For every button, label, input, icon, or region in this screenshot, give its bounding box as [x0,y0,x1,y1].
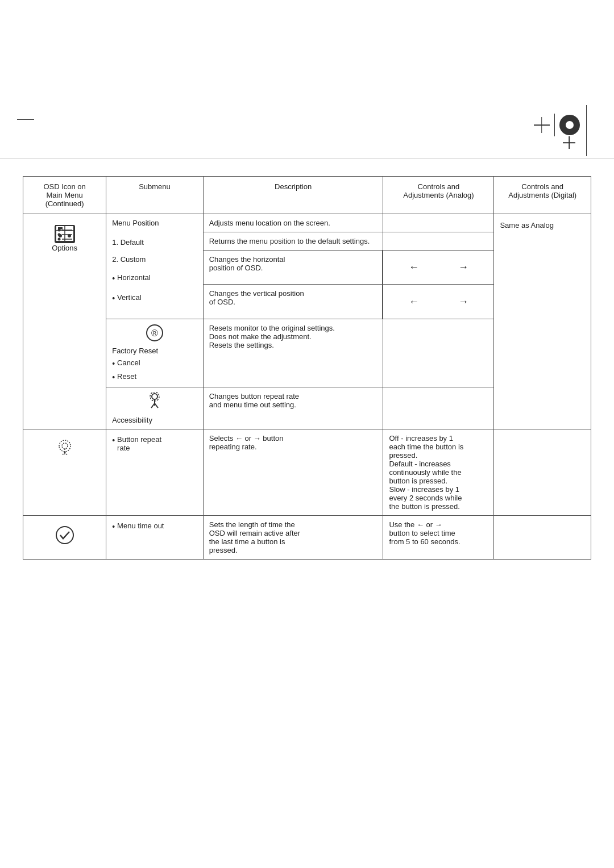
submenu-item-custom: 2. Custom [112,255,197,264]
submenu-factory-reset: ® Factory Reset • Cancel • Reset [106,319,204,387]
factory-reset-label: Factory Reset [112,347,158,355]
arrow-right-icon: → [458,261,468,273]
svg-point-9 [57,233,60,236]
submenu-menu-timeout-label: • Menu time out [112,521,197,532]
factory-reset-icon: ® [146,324,164,342]
submenu-menu-position: Menu Position 1. Default 2. Custom • Hor… [106,214,204,319]
analog-horiz-vert: ← → ← → [383,251,494,319]
submenu-item-default: 1. Default [112,238,197,247]
desc-default: Returns the menu position to the default… [203,232,383,251]
circle-mark-icon [559,115,580,135]
desc-factory-reset: Resets monitor to the original settings.… [203,319,383,387]
arrow-right-icon: → [458,296,468,308]
main-table: OSD Icon onMain Menu(Continued) Submenu … [23,176,591,560]
same-as-analog: Same as Analog [500,219,585,229]
svg-point-7 [57,229,60,232]
accessibility-icon [144,392,165,411]
svg-text:®: ® [151,328,158,338]
page: OSD Icon onMain Menu(Continued) Submenu … [0,0,614,868]
arrow-left-icon: ← [409,296,419,308]
menu-timeout-icon [55,525,75,545]
desc-horiz-vert: Changes the horizontalposition of OSD. C… [203,251,383,319]
desc-menu-timeout: Sets the length of time the OSD will rem… [203,516,383,560]
right-border-line [586,105,587,156]
main-content: OSD Icon onMain Menu(Continued) Submenu … [0,159,614,582]
vertical-divider [554,114,555,136]
circle-mark-inner [565,120,575,130]
svg-point-19 [62,443,68,449]
analog-menu-timeout: Use the ← or → button to select time fro… [383,516,494,560]
top-line [17,119,34,120]
header-digital: Controls andAdjustments (Digital) [494,177,591,214]
digital-menu-timeout [494,516,591,560]
crosshair-small-icon [563,136,575,151]
top-area [0,0,614,159]
desc-accessibility: Changes button repeat rateand menu time … [203,387,383,429]
osd-icon-cell-options: Options [23,214,106,429]
table-row: • Button repeatrate Selects ← or → butto… [23,429,591,516]
submenu-button-repeat-label: • Button repeatrate [112,435,197,452]
digital-options: Same as Analog [494,214,591,429]
registration-marks [534,114,580,136]
header-analog: Controls andAdjustments (Analog) [383,177,494,214]
digital-button-repeat [494,429,591,516]
desc-menu-position-top: Adjusts menu location on the screen. [203,214,383,232]
submenu-accessibility: Accessibility [106,387,204,429]
button-repeat-icon [55,439,75,458]
header-osd: OSD Icon onMain Menu(Continued) [23,177,106,214]
osd-icon-button-repeat [23,429,106,516]
svg-point-11 [57,238,60,241]
submenu-reset: • Reset [112,372,136,382]
submenu-item-horizontal: • Horizontal [112,273,197,283]
options-label: Options [52,244,77,252]
header-submenu: Submenu [106,177,204,214]
osd-icon-menu-timeout [23,516,106,560]
submenu-cancel: • Cancel [112,358,140,369]
arrow-left-icon: ← [409,261,419,273]
table-row: • Menu time out Sets the length of time … [23,516,591,560]
submenu-menu-timeout: • Menu time out [106,516,204,560]
svg-point-15 [152,394,157,399]
desc-button-repeat: Selects ← or → buttonrepeating rate. [203,429,383,516]
svg-point-23 [56,527,73,544]
header-desc: Description [203,177,383,214]
submenu-title-menu-position: Menu Position [112,219,197,227]
desc-horizontal: Changes the horizontalposition of OSD. [204,251,383,284]
analog-button-repeat: Off - increases by 1 each time the butto… [383,429,494,516]
analog-menu-position-top [383,214,494,232]
submenu-item-vertical: • Vertical [112,293,197,303]
desc-vertical: Changes the vertical positionof OSD. [204,285,383,319]
analog-default [383,232,494,251]
analog-factory-reset [383,319,494,387]
table-row: Options Menu Position 1. Default 2. Cust… [23,214,591,232]
options-icon-list [54,224,76,244]
accessibility-label: Accessibility [112,416,152,424]
submenu-button-repeat: • Button repeatrate [106,429,204,516]
analog-accessibility [383,387,494,429]
crosshair-icon [534,117,550,133]
table-header-row: OSD Icon onMain Menu(Continued) Submenu … [23,177,591,214]
